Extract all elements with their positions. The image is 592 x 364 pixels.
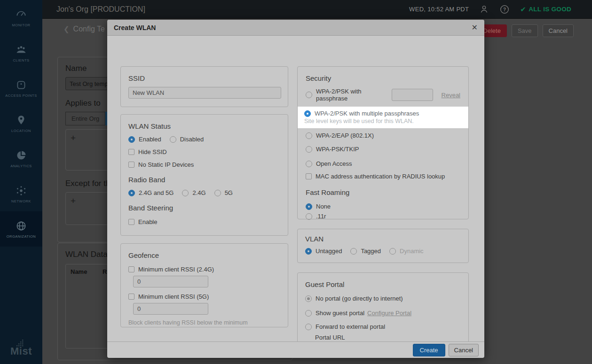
radio-icon xyxy=(306,146,312,153)
pie-chart-icon xyxy=(15,149,27,162)
sidebar-item-organization[interactable]: ORGANIZATION xyxy=(0,211,42,247)
radio-label: Open Access xyxy=(316,160,352,167)
min-rssi-5g-input[interactable] xyxy=(133,303,208,315)
modal-title: Create WLAN xyxy=(114,24,156,31)
radio-label: 5G xyxy=(225,189,233,196)
radio-option-untagged[interactable]: Untagged xyxy=(305,248,342,255)
sidebar-item-analytics[interactable]: ANALYTICS xyxy=(0,141,42,176)
checkbox-min-rssi-24g[interactable]: Minimum client RSSI (2.4G) xyxy=(128,266,280,273)
radio-option-fast-roaming-11r[interactable]: .11r xyxy=(306,213,460,220)
band-steering-heading: Band Steering xyxy=(128,204,280,212)
ssid-input[interactable] xyxy=(128,87,281,99)
radio-option-tkip[interactable]: WPA-PSK/TKIP xyxy=(306,146,460,153)
modal-cancel-button[interactable]: Cancel xyxy=(449,344,479,356)
radio-label: Disabled xyxy=(180,136,204,143)
radio-label: None xyxy=(316,203,331,210)
radio-option-no-portal[interactable]: No portal (go directly to internet) xyxy=(305,295,461,302)
sidebar-item-access-points[interactable]: ACCESS POINTS xyxy=(0,70,42,106)
checkbox-label: No Static IP Devices xyxy=(138,161,194,168)
add-site-button[interactable]: + xyxy=(71,133,76,143)
radio-option-forward-portal[interactable]: Forward to external portal xyxy=(305,323,461,330)
status-badge[interactable]: ✔ ALL IS GOOD xyxy=(520,5,571,14)
min-rssi-24g-input[interactable] xyxy=(133,276,208,287)
mist-logo-text: Mist xyxy=(0,345,42,357)
radio-label: Dynamic xyxy=(400,248,424,255)
radio-option-tagged[interactable]: Tagged xyxy=(350,248,381,255)
radio-icon xyxy=(306,132,312,139)
radio-label: Tagged xyxy=(361,248,381,255)
radio-label: WPA-2/EAP (802.1X) xyxy=(316,132,374,139)
security-heading: Security xyxy=(306,74,460,82)
configure-portal-link[interactable]: Configure Portal xyxy=(367,310,411,317)
checkbox-label: Minimum client RSSI (2.4G) xyxy=(138,266,214,273)
ssid-heading: SSID xyxy=(128,74,280,82)
datetime: WED, 10:52 AM PDT xyxy=(409,6,469,13)
segment-entire-org[interactable]: Entire Org xyxy=(65,112,105,125)
sidebar-item-label: NETWORK xyxy=(11,199,31,203)
checkbox-icon xyxy=(128,162,134,168)
checkbox-hide-ssid[interactable]: Hide SSID xyxy=(128,148,280,155)
geofence-section: Geofence Minimum client RSSI (2.4G) Mini… xyxy=(120,243,288,327)
radio-option-24g-and-5g[interactable]: 2.4G and 5G xyxy=(128,189,174,196)
radio-icon xyxy=(304,110,311,117)
checkbox-label: Hide SSID xyxy=(138,148,167,155)
radio-icon xyxy=(214,190,221,196)
vlan-options: Untagged Tagged Dynamic xyxy=(305,248,461,255)
checkbox-icon xyxy=(306,173,312,179)
guest-portal-section: Guest Portal No portal (go directly to i… xyxy=(297,272,469,341)
svg-text:?: ? xyxy=(503,7,506,12)
sidebar-item-location[interactable]: LOCATION xyxy=(0,106,42,141)
radio-label: Show guest portal xyxy=(316,310,364,317)
user-icon[interactable] xyxy=(479,4,489,14)
radio-icon xyxy=(306,92,312,98)
sidebar-item-network[interactable]: NETWORK xyxy=(0,176,42,211)
radio-option-open-access[interactable]: Open Access xyxy=(306,160,460,167)
wlan-status-options: Enabled Disabled xyxy=(128,136,280,143)
radio-option-24g[interactable]: 2.4G xyxy=(182,189,205,196)
radio-label: No portal (go directly to internet) xyxy=(316,295,403,302)
column-header-name: Name xyxy=(71,268,103,275)
radio-label: Forward to external portal xyxy=(316,323,385,330)
check-icon: ✔ xyxy=(520,5,526,14)
add-exception-button[interactable]: + xyxy=(71,196,76,206)
checkbox-min-rssi-5g[interactable]: Minimum client RSSI (5G) xyxy=(128,293,280,300)
access-point-icon xyxy=(15,79,27,91)
sidebar-item-label: ANALYTICS xyxy=(10,164,32,168)
radio-option-disabled[interactable]: Disabled xyxy=(170,136,204,143)
radio-option-show-portal[interactable]: Show guest portal Configure Portal xyxy=(305,310,461,317)
sidebar-item-label: MONITOR xyxy=(12,23,31,27)
checkbox-band-steering-enable[interactable]: Enable xyxy=(128,218,280,225)
create-button[interactable]: Create xyxy=(413,344,445,356)
fast-roaming-heading: Fast Roaming xyxy=(306,188,460,196)
checkbox-label: Enable xyxy=(138,218,157,225)
radio-icon xyxy=(305,248,312,255)
geofence-heading: Geofence xyxy=(128,251,280,259)
reveal-link[interactable]: Reveal xyxy=(442,92,460,99)
topbar: Jon's Org [PRODUCTION] WED, 10:52 AM PDT… xyxy=(42,0,592,19)
checkbox-icon xyxy=(128,219,134,225)
passphrase-input[interactable] xyxy=(392,89,433,101)
radio-option-5g[interactable]: 5G xyxy=(214,189,233,196)
help-icon[interactable]: ? xyxy=(499,4,510,15)
close-icon[interactable]: ✕ xyxy=(472,23,478,32)
checkbox-no-static-ip[interactable]: No Static IP Devices xyxy=(128,161,280,168)
checkbox-label: Minimum client RSSI (5G) xyxy=(138,293,209,300)
globe-icon xyxy=(15,220,27,232)
cancel-button[interactable]: Cancel xyxy=(543,24,574,37)
radio-option-fast-roaming-none[interactable]: None xyxy=(306,203,460,210)
radio-option-eap[interactable]: WPA-2/EAP (802.1X) xyxy=(306,132,460,139)
checkbox-mac-auth[interactable]: MAC address authentication by RADIUS loo… xyxy=(306,173,460,180)
save-button[interactable]: Save xyxy=(512,24,538,37)
mpsk-note: Site level keys will be used for this WL… xyxy=(304,118,460,124)
radio-option-psk-multiple[interactable]: WPA-2/PSK with multiple passphrases xyxy=(304,110,460,117)
radio-option-psk-passphrase[interactable]: WPA-2/PSK with passphrase Reveal xyxy=(306,88,460,102)
radio-option-enabled[interactable]: Enabled xyxy=(128,136,161,143)
sidebar-item-clients[interactable]: CLIENTS xyxy=(0,35,42,70)
sidebar-item-monitor[interactable]: MONITOR xyxy=(0,0,42,35)
breadcrumb[interactable]: ❮ Config Te xyxy=(63,25,105,33)
modal-body: SSID WLAN Status Enabled Disabled xyxy=(107,36,484,341)
wlan-status-heading: WLAN Status xyxy=(128,122,280,130)
wlan-status-section: WLAN Status Enabled Disabled Hid xyxy=(120,114,288,236)
location-pin-icon xyxy=(15,114,27,126)
modal-footer: Create Cancel xyxy=(107,341,484,358)
